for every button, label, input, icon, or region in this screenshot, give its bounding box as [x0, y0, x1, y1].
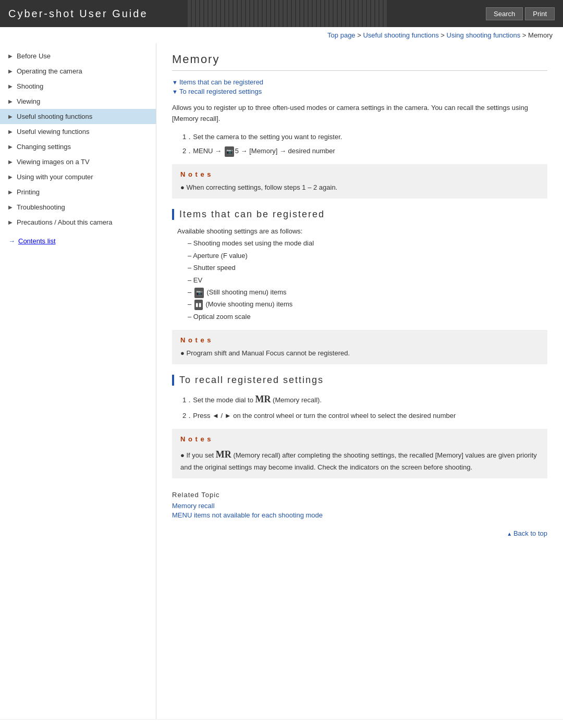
mr-text: MR [255, 394, 271, 404]
section-title-items-registered: Items that can be registered [172, 209, 547, 220]
items-registered-content: Available shooting settings are as follo… [177, 225, 547, 323]
sidebar-item-label: Using with your computer [17, 173, 148, 181]
sidebar-item-before-use[interactable]: ▶ Before Use [0, 48, 156, 64]
sidebar-item-viewing[interactable]: ▶ Viewing [0, 94, 156, 109]
list-item: Optical zoom scale [188, 311, 547, 323]
arrow-icon: ▶ [8, 98, 13, 104]
list-item: Aperture (F value) [188, 250, 547, 262]
arrow-icon: ▶ [8, 53, 13, 59]
search-button[interactable]: Search [486, 7, 523, 20]
sidebar: ▶ Before Use ▶ Operating the camera ▶ Sh… [0, 43, 156, 719]
print-button[interactable]: Print [525, 7, 555, 20]
list-item: – ▮▮ (Movie shooting menu) items [188, 298, 547, 310]
breadcrumb-current: Memory [528, 31, 553, 39]
sidebar-item-shooting[interactable]: ▶ Shooting [0, 79, 156, 94]
sidebar-item-using-computer[interactable]: ▶ Using with your computer [0, 169, 156, 184]
related-topic-label: Related Topic [172, 491, 547, 499]
mr-inline: MR [216, 449, 231, 460]
section-title-recall-settings: To recall registered settings [172, 375, 547, 386]
arrow-icon: ▶ [8, 144, 13, 150]
footer: Copyright 2013 Sony Corporation [0, 719, 563, 728]
contents-list-link[interactable]: → Contents list [0, 232, 156, 250]
breadcrumb-useful-shooting[interactable]: Useful shooting functions [363, 31, 438, 39]
sidebar-item-useful-shooting[interactable]: ▶ Useful shooting functions [0, 109, 156, 124]
sidebar-item-label: Useful viewing functions [17, 128, 148, 135]
back-to-top-link[interactable]: Back to top [507, 529, 547, 537]
sidebar-item-label: Operating the camera [17, 67, 148, 75]
breadcrumb-using-shooting[interactable]: Using shooting functions [447, 31, 521, 39]
sidebar-item-troubleshooting[interactable]: ▶ Troubleshooting [0, 200, 156, 215]
camera-small-icon: 📷 [194, 288, 204, 298]
related-link-menu-items[interactable]: MENU items not available for each shooti… [172, 511, 547, 519]
sidebar-item-label: Shooting [17, 82, 148, 90]
notes-item: If you set MR (Memory recall) after comp… [180, 447, 539, 473]
header-actions: Search Print [486, 7, 555, 20]
main-content: Memory Items that can be registered To r… [156, 43, 563, 719]
arrow-icon: ▶ [8, 189, 13, 195]
sidebar-item-label: Viewing images on a TV [17, 158, 148, 166]
notes-title-2: N o t e s [180, 335, 539, 346]
contents-list-anchor[interactable]: Contents list [18, 237, 56, 245]
related-link-memory-recall[interactable]: Memory recall [172, 502, 547, 510]
notes-item: When correcting settings, follow steps 1… [180, 182, 539, 193]
notes-title-1: N o t e s [180, 169, 539, 180]
section-intro: Available shooting settings are as follo… [177, 225, 547, 237]
arrow-icon: ▶ [8, 129, 13, 134]
list-item: – 📷 (Still shooting menu) items [188, 286, 547, 298]
control-arrows: ◄ / ► [212, 412, 231, 419]
sidebar-item-label: Troubleshooting [17, 203, 148, 211]
arrow-icon: ▶ [8, 114, 13, 119]
sidebar-item-label: Printing [17, 188, 148, 196]
camera-icon: 📷 [225, 146, 234, 157]
list-item: EV [188, 274, 547, 286]
sidebar-item-viewing-tv[interactable]: ▶ Viewing images on a TV [0, 154, 156, 169]
arrow-icon: ▶ [8, 68, 13, 74]
page-title: Memory [172, 53, 547, 71]
step-2: 2．MENU → 📷5 → [Memory] → desired number [182, 145, 547, 157]
notes-box-1: N o t e s When correcting settings, foll… [172, 164, 547, 199]
list-item: Shooting modes set using the mode dial [188, 237, 547, 249]
anchor-items-registered[interactable]: Items that can be registered [172, 78, 547, 86]
arrow-icon: ▶ [8, 83, 13, 89]
main-layout: ▶ Before Use ▶ Operating the camera ▶ Sh… [0, 43, 563, 719]
sidebar-item-label: Viewing [17, 97, 148, 105]
sidebar-item-label: Useful shooting functions [17, 113, 148, 120]
arrow-icon: ▶ [8, 174, 13, 180]
notes-box-3: N o t e s If you set MR (Memory recall) … [172, 429, 547, 478]
back-to-top: Back to top [172, 529, 547, 537]
related-topic: Related Topic Memory recall MENU items n… [172, 491, 547, 519]
breadcrumb-top[interactable]: Top page [327, 31, 356, 39]
list-item: Shutter speed [188, 262, 547, 274]
intro-text: Allows you to register up to three often… [172, 103, 547, 125]
sidebar-item-label: Precautions / About this camera [17, 218, 148, 226]
anchor-recall-settings[interactable]: To recall registered settings [172, 88, 547, 95]
notes-box-2: N o t e s Program shift and Manual Focus… [172, 330, 547, 364]
notes-item: Program shift and Manual Focus cannot be… [180, 348, 539, 359]
recall-step-2: 2．Press ◄ / ► on the control wheel or tu… [182, 410, 547, 422]
sidebar-item-label: Before Use [17, 52, 148, 60]
arrow-icon: ▶ [8, 204, 13, 210]
header-decoration [188, 0, 500, 27]
recall-step-1: 1．Set the mode dial to MR (Memory recall… [182, 391, 547, 408]
breadcrumb: Top page > Useful shooting functions > U… [0, 27, 563, 43]
sidebar-item-label: Changing settings [17, 143, 148, 151]
arrow-right-icon: → [8, 237, 15, 245]
sidebar-item-precautions[interactable]: ▶ Precautions / About this camera [0, 215, 156, 230]
sidebar-item-operating-camera[interactable]: ▶ Operating the camera [0, 64, 156, 79]
sidebar-item-useful-viewing[interactable]: ▶ Useful viewing functions [0, 124, 156, 139]
step-1: 1．Set the camera to the setting you want… [182, 131, 547, 143]
page-header: Cyber-shot User Guide Search Print [0, 0, 563, 27]
app-title: Cyber-shot User Guide [8, 8, 148, 20]
sidebar-item-printing[interactable]: ▶ Printing [0, 184, 156, 200]
arrow-icon: ▶ [8, 219, 13, 225]
movie-icon: ▮▮ [194, 300, 203, 310]
notes-title-3: N o t e s [180, 434, 539, 445]
sidebar-item-changing-settings[interactable]: ▶ Changing settings [0, 139, 156, 154]
arrow-icon: ▶ [8, 159, 13, 165]
anchor-links: Items that can be registered To recall r… [172, 78, 547, 95]
